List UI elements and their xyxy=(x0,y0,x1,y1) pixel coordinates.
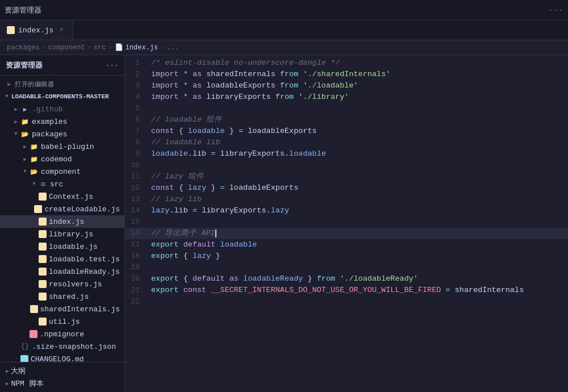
loadable-js-label: loadable.js xyxy=(49,243,98,251)
sidebar-item-src[interactable]: ▼ ⊡ src xyxy=(0,178,124,190)
shared-label: shared.js xyxy=(49,293,89,301)
title-more[interactable]: ··· xyxy=(549,6,563,14)
npm-chevron: ▶ xyxy=(6,381,9,387)
util-label: util.js xyxy=(49,318,80,326)
tab-label: index.js xyxy=(18,26,53,35)
bc-packages[interactable]: packages xyxy=(7,44,40,52)
code-line-1: 1 /* eslint-disable no-underscore-dangle… xyxy=(125,57,568,69)
line-content-20: export { default as loadableReady } from… xyxy=(149,273,568,285)
code-line-4: 4 import * as libraryExports from './lib… xyxy=(125,91,568,103)
line-num-17: 17 xyxy=(125,239,149,251)
changelog-label: CHANGELOG.md xyxy=(31,355,84,362)
sidebar: 资源管理器 ··· ▶ 打开的编辑器 ▼ LOADABLE-COMPONENTS… xyxy=(0,55,125,392)
sidebar-item-loadable-js[interactable]: loadable.js xyxy=(0,240,124,253)
sidebar-item-codemod[interactable]: ▶ 📁 codemod xyxy=(0,153,124,165)
line-content-10 xyxy=(149,160,568,171)
sidebar-item-shared-js[interactable]: shared.js xyxy=(0,290,124,303)
sidebar-header: 资源管理器 ··· xyxy=(0,55,124,76)
sidebar-root[interactable]: ▼ LOADABLE-COMPONENTS-MASTER xyxy=(0,90,124,103)
sidebar-item-babel-plugin[interactable]: ▶ 📁 babel-plugin xyxy=(0,140,124,153)
code-line-19: 19 xyxy=(125,262,568,273)
root-chevron: ▼ xyxy=(2,92,11,101)
context-js-icon xyxy=(39,193,47,201)
create-loadable-icon xyxy=(34,205,42,213)
sidebar-item-changelog[interactable]: CHANGELOG.md xyxy=(0,353,124,362)
codemod-label: codemod xyxy=(41,155,72,164)
sidebar-item-shared-internals-js[interactable]: sharedInternals.js xyxy=(0,303,124,315)
sidebar-title: 资源管理器 xyxy=(5,5,41,15)
tab-index-js[interactable]: index.js × xyxy=(0,20,73,40)
loadable-test-label: loadable.test.js xyxy=(49,255,120,264)
codemod-chevron: ▶ xyxy=(20,155,30,164)
create-loadable-label: createLoadable.js xyxy=(44,205,120,214)
sidebar-item-packages[interactable]: ▼ 📂 packages xyxy=(0,128,124,140)
code-line-3: 3 import * as loadableExports from './lo… xyxy=(125,80,568,91)
context-js-label: Context.js xyxy=(49,193,93,201)
code-line-16: 16 // 导出两个 API xyxy=(125,228,568,239)
sidebar-item-index-js[interactable]: index.js xyxy=(0,215,124,228)
code-line-14: 14 lazy.lib = libraryExports.lazy xyxy=(125,205,568,216)
bc-src[interactable]: src xyxy=(94,44,106,52)
line-content-7: const { loadable } = loadableExports xyxy=(149,126,568,137)
line-content-22 xyxy=(149,296,568,307)
sidebar-bottom: ▶ 大纲 ▶ NPM 脚本 xyxy=(0,362,124,392)
open-editors-label: 打开的编辑器 xyxy=(15,80,54,89)
sidebar-item-loadable-ready-js[interactable]: loadableReady.js xyxy=(0,265,124,278)
babel-folder-icon: 📁 xyxy=(30,142,39,151)
sidebar-item-component[interactable]: ▼ 📂 component xyxy=(0,165,124,178)
line-content-11: // lazy 组件 xyxy=(149,171,568,182)
examples-chevron: ▶ xyxy=(11,117,20,126)
sidebar-item-library-js[interactable]: library.js xyxy=(0,228,124,240)
src-icon: ⊡ xyxy=(39,180,48,189)
sidebar-open-editors[interactable]: ▶ 打开的编辑器 xyxy=(0,78,124,90)
line-num-6: 6 xyxy=(125,114,149,126)
sidebar-more-button[interactable]: ··· xyxy=(106,61,119,69)
sidebar-item-resolvers-js[interactable]: resolvers.js xyxy=(0,278,124,290)
sidebar-item-size-snapshot[interactable]: {} .size-snapshot.json xyxy=(0,340,124,353)
bc-component[interactable]: component xyxy=(48,44,85,52)
line-num-22: 22 xyxy=(125,296,149,307)
code-line-2: 2 import * as sharedInternals from './sh… xyxy=(125,69,568,80)
npm-scripts-section[interactable]: ▶ NPM 脚本 xyxy=(0,377,124,390)
npmignore-component-icon xyxy=(30,330,37,338)
bc-folder-icon: 📄 xyxy=(115,43,123,52)
line-num-9: 9 xyxy=(125,148,149,160)
line-content-1: /* eslint-disable no-underscore-dangle *… xyxy=(149,57,568,69)
line-num-21: 21 xyxy=(125,285,149,296)
main-container: 资源管理器 ··· ▶ 打开的编辑器 ▼ LOADABLE-COMPONENTS… xyxy=(0,55,568,392)
bc-filename[interactable]: index.js xyxy=(126,44,158,52)
line-num-19: 19 xyxy=(125,262,149,273)
line-content-5 xyxy=(149,103,568,114)
line-content-8: // loadable lib xyxy=(149,137,568,148)
line-content-3: import * as loadableExports from './load… xyxy=(149,80,568,91)
outline-section[interactable]: ▶ 大纲 xyxy=(0,365,124,377)
code-line-18: 18 export { lazy } xyxy=(125,251,568,262)
code-line-11: 11 // lazy 组件 xyxy=(125,171,568,182)
src-chevron: ▼ xyxy=(30,180,39,189)
shared-internals-label: sharedInternals.js xyxy=(40,305,120,314)
npm-scripts-label: NPM 脚本 xyxy=(11,378,43,389)
line-content-2: import * as sharedInternals from './shar… xyxy=(149,69,568,80)
sidebar-item-context-js[interactable]: Context.js xyxy=(0,190,124,203)
line-num-1: 1 xyxy=(125,57,149,69)
sidebar-item-create-loadable-js[interactable]: createLoadable.js xyxy=(0,203,124,215)
code-line-12: 12 const { lazy } = loadableExports xyxy=(125,182,568,194)
sidebar-item-loadable-test-js[interactable]: loadable.test.js xyxy=(0,253,124,265)
line-content-19 xyxy=(149,262,568,273)
tab-bar: index.js × xyxy=(0,20,568,40)
resolvers-label: resolvers.js xyxy=(49,280,102,289)
github-chevron: ▶ xyxy=(11,105,20,114)
code-editor[interactable]: 1 /* eslint-disable no-underscore-dangle… xyxy=(125,55,568,392)
code-line-13: 13 // lazy lib xyxy=(125,194,568,205)
line-content-21: export const __SECRET_INTERNALS_DO_NOT_U… xyxy=(149,285,568,296)
sidebar-item-examples[interactable]: ▶ 📁 examples xyxy=(0,115,124,128)
line-content-13: // lazy lib xyxy=(149,194,568,205)
sidebar-item-npmignore-component[interactable]: .npmignore xyxy=(0,328,124,340)
line-num-5: 5 xyxy=(125,103,149,114)
packages-chevron: ▼ xyxy=(11,130,20,139)
sidebar-item-util-js[interactable]: util.js xyxy=(0,315,124,328)
sidebar-item-github[interactable]: ▶ ▶ .github xyxy=(0,103,124,115)
line-content-9: loadable.lib = libraryExports.loadable xyxy=(149,148,568,160)
examples-folder-icon: 📁 xyxy=(20,117,30,126)
tab-close-button[interactable]: × xyxy=(57,26,66,35)
